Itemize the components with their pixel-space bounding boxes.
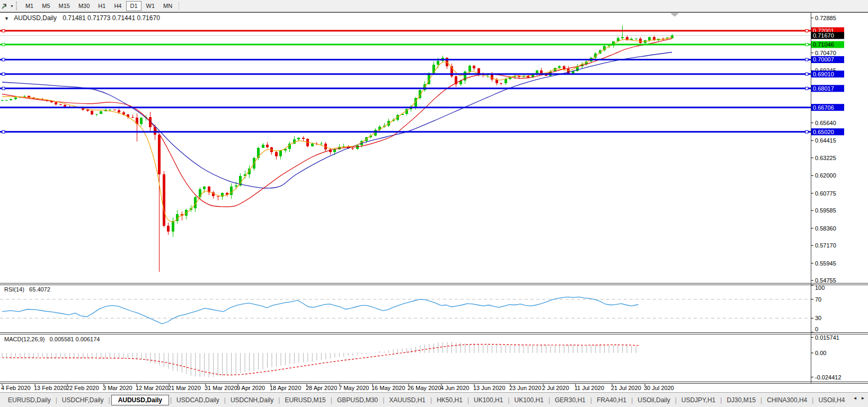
macd-pane: [2, 342, 639, 377]
price-tick-label: 0.62000: [815, 172, 836, 179]
candle-body: [23, 96, 26, 96]
candle-body: [235, 185, 237, 187]
timeframe-button-h4[interactable]: H4: [110, 1, 125, 11]
toolbar-grip-handle[interactable]: [16, 2, 19, 10]
candle-body: [230, 187, 233, 195]
rsi-tick-label: 70: [815, 296, 821, 303]
date-tick-label: 7 May 2020: [339, 385, 369, 391]
candle-body: [279, 151, 282, 156]
candle-body: [558, 66, 561, 67]
candle-body: [500, 83, 502, 84]
macd-tick-label: 0.015741: [815, 334, 839, 341]
candle-body: [86, 110, 89, 111]
ma-fast-orange-line: [2, 37, 672, 222]
hline-left-handle[interactable]: [2, 58, 5, 61]
chart-tab-usoil-h4[interactable]: USOil,H4: [813, 395, 849, 405]
price-tick-label: 0.57170: [815, 242, 836, 249]
date-tick-label: 11 Jul 2020: [574, 385, 604, 391]
candle-body: [140, 118, 143, 123]
date-tick-label: 4 Jun 2020: [440, 385, 469, 391]
chart-tab-usdcad-daily[interactable]: USDCAD,Daily: [172, 395, 224, 405]
chart-tab-china300-h4[interactable]: CHINA300,H4: [762, 395, 812, 405]
price-tick-label: 0.60775: [815, 190, 836, 197]
timeframe-button-w1[interactable]: W1: [143, 1, 159, 11]
candle-body: [437, 61, 439, 65]
chart-canvas[interactable]: 0.728850.704700.692450.656400.644150.632…: [0, 0, 868, 407]
price-tick-label: 0.65640: [815, 120, 836, 126]
tab-scroll-right-button[interactable]: ►: [859, 393, 867, 403]
candle-body: [302, 138, 305, 139]
chart-tab-uk100-h1[interactable]: UK100,H1: [510, 395, 548, 405]
timeframe-button-m1[interactable]: M1: [22, 1, 37, 11]
chart-tab-usdjpy-h1[interactable]: USDJPY,H1: [677, 395, 720, 405]
chart-tab-uk100-h1[interactable]: UK100,H1: [469, 395, 508, 405]
hline-right-handle[interactable]: [805, 130, 808, 133]
candle-body: [635, 39, 637, 39]
chart-tab-audusd-daily[interactable]: AUDUSD,Daily: [111, 395, 169, 405]
timeframe-button-h1[interactable]: H1: [94, 1, 109, 11]
hline-left-handle[interactable]: [2, 130, 5, 133]
price-tick-label: 0.59585: [815, 207, 836, 214]
macd-tick-label: -0.024412: [815, 374, 842, 381]
hline-left-handle[interactable]: [2, 43, 5, 46]
ma-slow-blue-line: [2, 52, 672, 189]
hline-right-handle[interactable]: [805, 43, 808, 46]
hline-left-handle[interactable]: [2, 30, 5, 32]
candle-body: [10, 99, 12, 100]
chart-tab-usdchf-daily[interactable]: USDCHF,Daily: [57, 395, 109, 405]
chart-tab-usoil-daily[interactable]: USOil,Daily: [633, 395, 675, 405]
candle-body: [266, 145, 269, 147]
candle-body: [203, 187, 206, 189]
chevron-down-icon[interactable]: ▼: [10, 4, 14, 8]
hline-left-handle[interactable]: [2, 87, 5, 90]
timeframe-button-m30[interactable]: M30: [75, 1, 93, 11]
chart-tab-fra40-h1[interactable]: FRA40,H1: [592, 395, 631, 405]
hline-right-handle[interactable]: [805, 30, 808, 32]
candle-body: [91, 111, 93, 114]
macd-tick-label: 0.00: [815, 350, 826, 356]
chart-tab-dj30-m15[interactable]: DJ30,M15: [722, 395, 760, 405]
candle-body: [257, 148, 260, 158]
chart-tab-usdcnh-daily[interactable]: USDCNH,Daily: [226, 395, 278, 405]
timeframe-button-m5[interactable]: M5: [38, 1, 54, 11]
scroll-position-marker[interactable]: [671, 13, 678, 16]
candle-body: [671, 36, 674, 38]
candle-body: [100, 111, 102, 114]
candle-body: [297, 138, 300, 139]
timeframe-button-mn[interactable]: MN: [160, 1, 176, 11]
rsi-tick-label: 0: [815, 326, 818, 332]
candle-body: [59, 104, 62, 105]
price-axis[interactable]: 0.728850.704700.692450.656400.644150.632…: [811, 15, 844, 381]
date-tick-label: 3 Mar 2020: [103, 385, 132, 391]
date-tick-label: 28 Apr 2020: [306, 385, 337, 391]
chart-tab-eurusd-daily[interactable]: EURUSD,Daily: [3, 395, 56, 405]
chart-tool-cluster[interactable]: ▼: [0, 0, 14, 12]
candle-body: [118, 110, 120, 113]
timeframe-toolbar: ▼ M1M5M15M30H1H4D1W1MN: [0, 0, 868, 12]
rsi-pane: [0, 297, 811, 324]
chart-tool-icon: [1, 2, 8, 10]
candle-body: [109, 110, 111, 110]
tab-scroll-left-button[interactable]: ◄: [851, 393, 859, 403]
main-price-pane: [0, 13, 811, 272]
price-tick-label: 0.63225: [815, 155, 836, 161]
date-axis[interactable]: 4 Feb 202013 Feb 202022 Feb 20203 Mar 20…: [1, 384, 674, 392]
hline-right-handle[interactable]: [805, 73, 808, 75]
hline-right-handle[interactable]: [805, 87, 808, 90]
candle-body: [491, 75, 493, 79]
chart-tab-hk50-h1[interactable]: HK50,H1: [432, 395, 467, 405]
timeframe-button-m15[interactable]: M15: [55, 1, 74, 11]
chart-tab-xauusd-h1[interactable]: XAUUSD,H1: [384, 395, 430, 405]
hline-price-tag: 0.70007: [813, 56, 834, 63]
chart-tab-ger30-h1[interactable]: GER30,H1: [550, 395, 590, 405]
date-tick-label: 22 Feb 2020: [66, 385, 99, 391]
candle-body: [172, 221, 174, 232]
candle-body: [567, 69, 570, 74]
hline-left-handle[interactable]: [2, 73, 5, 75]
chart-tab-gbpusd-m30[interactable]: GBPUSD,M30: [332, 395, 383, 405]
chart-tab-eurusd-m15[interactable]: EURUSD,M15: [280, 395, 330, 405]
hline-right-handle[interactable]: [805, 58, 808, 61]
timeframe-button-d1[interactable]: D1: [126, 1, 141, 11]
hline-price-tag: 0.65020: [813, 129, 834, 135]
tab-separator: |: [109, 396, 110, 404]
